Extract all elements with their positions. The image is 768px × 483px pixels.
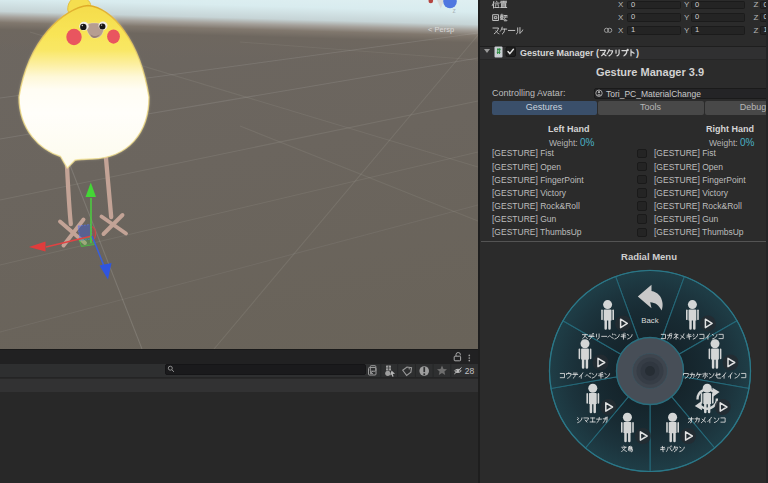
- svg-text:Back: Back: [641, 316, 658, 325]
